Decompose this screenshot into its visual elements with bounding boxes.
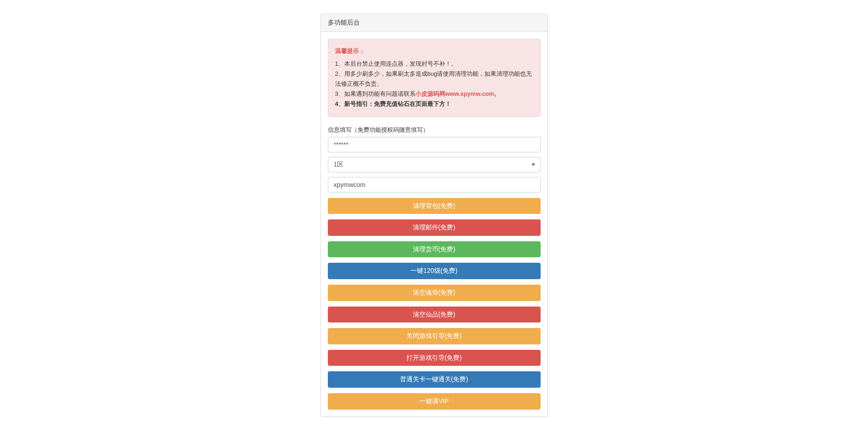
notice-line-1: 1、本后台禁止使用连点器，发现封号不补！。 xyxy=(335,59,533,69)
notice-box: 温馨提示： 1、本后台禁止使用连点器，发现封号不补！。 2、用多少刷多少，如果刷… xyxy=(328,39,541,117)
open-guide-button[interactable]: 打开游戏引导(免费) xyxy=(328,350,541,366)
notice-title: 温馨提示： xyxy=(335,46,533,56)
notice-line-4: 4、新号指引：免费充值钻石在页面最下方！ xyxy=(335,99,533,109)
contact-link-text: 小皮源码网www.xpymw.com。 xyxy=(416,90,500,97)
clear-soulbone-button[interactable]: 清空魂骨(免费) xyxy=(328,285,541,301)
notice-line-3: 3、如果遇到功能有问题请联系小皮源码网www.xpymw.com。 xyxy=(335,89,533,99)
clear-mail-button[interactable]: 清理邮件(免费) xyxy=(328,219,541,236)
panel-title: 多功能后台 xyxy=(321,14,547,32)
zone-select[interactable]: 1区 xyxy=(328,157,541,172)
notice-line-2: 2、用多少刷多少，如果刷太多造成bug请使用清理功能，如果清理功能也无法修正概不… xyxy=(335,69,533,89)
level-120-button[interactable]: 一键120级(免费) xyxy=(328,263,541,279)
clear-currency-button[interactable]: 清理货币(免费) xyxy=(328,241,541,258)
form-section-label: 信息填写（免费功能授权码随意填写） xyxy=(328,126,541,134)
main-panel: 多功能后台 温馨提示： 1、本后台禁止使用连点器，发现封号不补！。 2、用多少刷… xyxy=(321,14,548,417)
panel-body: 温馨提示： 1、本后台禁止使用连点器，发现封号不补！。 2、用多少刷多少，如果刷… xyxy=(321,32,547,416)
username-input[interactable] xyxy=(328,177,541,192)
close-guide-button[interactable]: 关闭游戏引导(免费) xyxy=(328,328,541,344)
clear-bag-button[interactable]: 清理背包(免费) xyxy=(328,198,541,214)
clear-xianpin-button[interactable]: 清空仙品(免费) xyxy=(328,307,541,323)
zone-select-value: 1区 xyxy=(328,157,541,172)
clear-stages-button[interactable]: 普通关卡一键通关(免费) xyxy=(328,371,541,388)
max-vip-button[interactable]: 一键满VIP xyxy=(328,393,541,410)
auth-code-input[interactable] xyxy=(328,137,541,152)
